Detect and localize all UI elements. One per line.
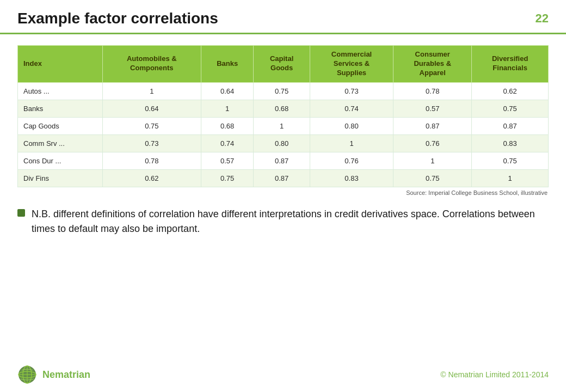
col-header-index: Index	[18, 46, 103, 83]
col-header-autos: Automobiles &Components	[102, 46, 201, 83]
correlation-table: Index Automobiles &Components Banks Capi…	[17, 45, 549, 187]
col-header-banks: Banks	[201, 46, 254, 83]
cell-value: 0.83	[472, 134, 549, 152]
globe-icon	[17, 365, 37, 384]
cell-value: 0.75	[102, 117, 201, 134]
cell-value: 0.78	[393, 82, 472, 100]
table-row: Cons Dur ...0.780.570.870.7610.75	[18, 152, 549, 169]
cell-value: 0.57	[201, 152, 254, 169]
table-row: Div Fins0.620.750.870.830.751	[18, 169, 549, 187]
row-label: Banks	[18, 100, 103, 117]
cell-value: 0.76	[393, 134, 472, 152]
header: Example factor correlations 22	[0, 0, 566, 34]
table-header-row: Index Automobiles &Components Banks Capi…	[18, 46, 549, 83]
table-row: Cap Goods0.750.6810.800.870.87	[18, 117, 549, 134]
cell-value: 0.87	[393, 117, 472, 134]
cell-value: 0.75	[472, 152, 549, 169]
cell-value: 0.75	[472, 100, 549, 117]
cell-value: 0.87	[254, 152, 310, 169]
cell-value: 0.83	[310, 169, 393, 187]
cell-value: 1	[393, 152, 472, 169]
table-row: Comm Srv ...0.730.740.8010.760.83	[18, 134, 549, 152]
cell-value: 0.62	[102, 169, 201, 187]
cell-value: 0.80	[254, 134, 310, 152]
cell-value: 0.75	[393, 169, 472, 187]
correlation-table-container: Index Automobiles &Components Banks Capi…	[17, 45, 549, 196]
slide-number: 22	[536, 11, 549, 26]
cell-value: 0.68	[254, 100, 310, 117]
table-row: Autos ...10.640.750.730.780.62	[18, 82, 549, 100]
note-bullet-icon	[17, 209, 25, 217]
cell-value: 0.87	[472, 117, 549, 134]
cell-value: 0.64	[102, 100, 201, 117]
cell-value: 0.68	[201, 117, 254, 134]
note-text: N.B. different definitions of correlatio…	[32, 207, 549, 236]
footer: Nematrian © Nematrian Limited 2011-2014	[0, 359, 566, 392]
cell-value: 0.62	[472, 82, 549, 100]
row-label: Comm Srv ...	[18, 134, 103, 152]
col-header-consdur: ConsumerDurables &Apparel	[393, 46, 472, 83]
table-source: Source: Imperial College Business School…	[17, 189, 549, 196]
footer-brand-name: Nematrian	[42, 369, 90, 381]
cell-value: 0.78	[102, 152, 201, 169]
cell-value: 0.76	[310, 152, 393, 169]
row-label: Cap Goods	[18, 117, 103, 134]
cell-value: 0.73	[310, 82, 393, 100]
cell-value: 0.74	[310, 100, 393, 117]
cell-value: 0.74	[201, 134, 254, 152]
cell-value: 1	[102, 82, 201, 100]
row-label: Cons Dur ...	[18, 152, 103, 169]
main-content: Index Automobiles &Components Banks Capi…	[0, 34, 566, 359]
cell-value: 0.87	[254, 169, 310, 187]
footer-logo: Nematrian	[17, 365, 90, 384]
cell-value: 1	[201, 100, 254, 117]
cell-value: 0.73	[102, 134, 201, 152]
row-label: Div Fins	[18, 169, 103, 187]
cell-value: 0.64	[201, 82, 254, 100]
footer-copyright: © Nematrian Limited 2011-2014	[440, 370, 549, 379]
cell-value: 1	[254, 117, 310, 134]
slide: Example factor correlations 22 Index Aut…	[0, 0, 566, 392]
cell-value: 0.75	[254, 82, 310, 100]
note-section: N.B. different definitions of correlatio…	[17, 201, 549, 236]
col-header-commsrv: CommercialServices &Supplies	[310, 46, 393, 83]
page-title: Example factor correlations	[17, 10, 218, 27]
cell-value: 1	[472, 169, 549, 187]
table-row: Banks0.6410.680.740.570.75	[18, 100, 549, 117]
col-header-capgoods: CapitalGoods	[254, 46, 310, 83]
row-label: Autos ...	[18, 82, 103, 100]
cell-value: 0.80	[310, 117, 393, 134]
cell-value: 0.57	[393, 100, 472, 117]
cell-value: 0.75	[201, 169, 254, 187]
col-header-divfins: DiversifiedFinancials	[472, 46, 549, 83]
cell-value: 1	[310, 134, 393, 152]
